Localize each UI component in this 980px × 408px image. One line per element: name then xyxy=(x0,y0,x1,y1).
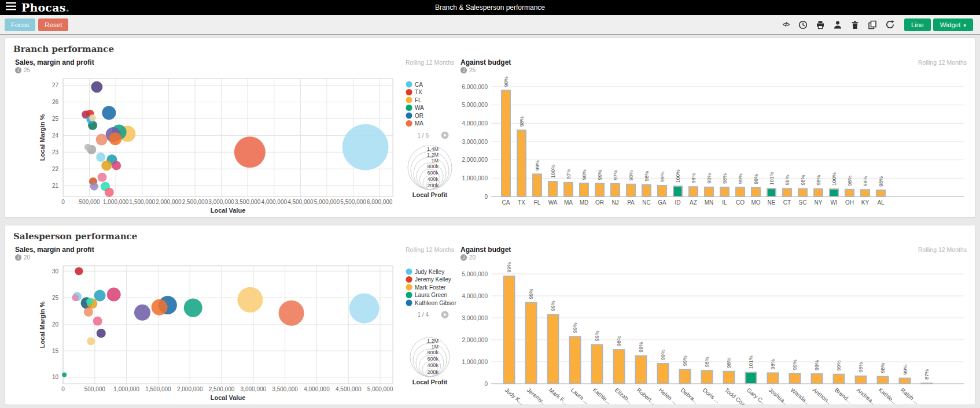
salesperson-bubble-plot[interactable]: 30252015100500,0001,000,0001,500,0002,00… xyxy=(11,262,456,405)
svg-text:Laura Green: Laura Green xyxy=(415,292,447,298)
svg-text:30: 30 xyxy=(52,268,59,275)
svg-text:4,000,000: 4,000,000 xyxy=(462,120,488,127)
svg-text:5,000,000: 5,000,000 xyxy=(462,271,488,277)
svg-text:6,000,000: 6,000,000 xyxy=(462,84,488,90)
svg-text:6,000,000: 6,000,000 xyxy=(367,199,393,205)
svg-text:1,000,000: 1,000,000 xyxy=(462,175,488,181)
svg-text:IL: IL xyxy=(722,199,727,206)
svg-text:800k: 800k xyxy=(427,350,439,355)
svg-text:Doris ...: Doris ... xyxy=(702,387,721,405)
svg-text:99%: 99% xyxy=(660,172,665,182)
branch-budget-plot[interactable]: 6,000,0005,000,0004,000,0003,000,0002,00… xyxy=(456,75,969,218)
svg-text:WA: WA xyxy=(548,199,558,206)
svg-text:Local Value: Local Value xyxy=(211,394,246,401)
svg-text:99%: 99% xyxy=(529,288,535,299)
svg-text:98%: 98% xyxy=(519,116,525,127)
svg-text:99%: 99% xyxy=(507,262,513,273)
focus-button[interactable]: Focus xyxy=(5,18,35,31)
period-label: Rolling 12 Months xyxy=(406,246,454,253)
svg-text:Debra...: Debra... xyxy=(680,387,699,405)
info-count: 20 xyxy=(24,254,30,261)
svg-text:Jeremy...: Jeremy... xyxy=(526,387,548,405)
svg-text:MD: MD xyxy=(580,199,589,206)
svg-text:600k: 600k xyxy=(427,356,439,362)
svg-text:100%: 100% xyxy=(675,169,681,183)
salesperson-bubble-chart[interactable]: Sales, margin and profit i20 Rolling 12 … xyxy=(11,242,456,405)
svg-text:23: 23 xyxy=(52,149,59,155)
svg-text:3,000,000: 3,000,000 xyxy=(241,386,267,392)
svg-text:Andrea...: Andrea... xyxy=(856,387,878,405)
svg-text:98%: 98% xyxy=(644,171,650,181)
svg-text:CT: CT xyxy=(783,199,791,206)
svg-text:NJ: NJ xyxy=(611,199,618,206)
copy-icon[interactable] xyxy=(868,20,878,29)
svg-text:Judy K...: Judy K... xyxy=(504,387,525,405)
period-label: Rolling 12 Months xyxy=(918,58,967,66)
svg-text:0: 0 xyxy=(61,386,65,392)
svg-text:1M: 1M xyxy=(431,158,439,164)
chart-title: Sales, margin and profit xyxy=(15,246,94,254)
toolbar-icons: </> xyxy=(781,20,895,29)
svg-text:NY: NY xyxy=(815,199,823,206)
info-icon: i xyxy=(15,67,21,73)
svg-text:99%: 99% xyxy=(639,342,644,353)
print-icon[interactable] xyxy=(816,20,826,29)
svg-text:10: 10 xyxy=(52,374,59,380)
salesperson-budget-chart[interactable]: Against budget i20 Rolling 12 Months 5,0… xyxy=(456,242,969,405)
svg-text:Kathleen Gibson: Kathleen Gibson xyxy=(415,300,456,306)
svg-text:Local Margin %: Local Margin % xyxy=(39,301,46,348)
chart-title: Sales, margin and profit xyxy=(15,58,94,66)
svg-text:99%: 99% xyxy=(738,173,743,184)
salesperson-budget-plot[interactable]: 5,000,0004,000,0003,000,0002,000,0001,00… xyxy=(456,262,969,405)
svg-text:AZ: AZ xyxy=(690,199,697,206)
info-icon: i xyxy=(15,254,21,261)
svg-text:98%: 98% xyxy=(859,362,864,373)
svg-text:KY: KY xyxy=(861,199,870,206)
trash-icon[interactable] xyxy=(850,20,860,29)
branch-budget-chart[interactable]: Against budget i25 Rolling 12 Months 6,0… xyxy=(456,54,969,218)
svg-text:Local Value: Local Value xyxy=(211,207,246,214)
info-count: 25 xyxy=(469,67,476,73)
svg-text:5,000,000: 5,000,000 xyxy=(367,386,393,392)
svg-text:24: 24 xyxy=(52,132,59,139)
svg-text:3,000,000: 3,000,000 xyxy=(462,315,488,321)
svg-text:1M: 1M xyxy=(431,344,439,350)
svg-text:NC: NC xyxy=(642,199,650,206)
svg-text:1,500,000: 1,500,000 xyxy=(130,199,156,205)
history-icon[interactable] xyxy=(798,20,808,29)
branch-bubble-plot[interactable]: 272625242322210500,0001,000,0001,500,000… xyxy=(11,75,456,218)
period-label: Rolling 12 Months xyxy=(406,58,454,66)
svg-text:Todd Cox: Todd Cox xyxy=(724,387,746,405)
panel-title: Branch performance xyxy=(13,44,969,54)
svg-text:99%: 99% xyxy=(837,361,842,371)
svg-text:Laura ...: Laura ... xyxy=(570,387,590,405)
svg-text:97%: 97% xyxy=(566,169,572,179)
svg-text:5,000,000: 5,000,000 xyxy=(462,102,488,108)
svg-text:SC: SC xyxy=(799,199,807,206)
svg-text:98%: 98% xyxy=(863,176,868,186)
svg-text:98%: 98% xyxy=(706,173,712,184)
widget-button[interactable]: Widget▾ xyxy=(933,18,973,31)
reset-button[interactable]: Reset xyxy=(38,18,68,31)
svg-text:PA: PA xyxy=(627,199,635,206)
branch-bubble-chart[interactable]: Sales, margin and profit i25 Rolling 12 … xyxy=(11,54,456,218)
svg-text:Gary C...: Gary C... xyxy=(746,387,768,405)
svg-text:1.2M: 1.2M xyxy=(427,152,439,158)
panel-title: Salesperson performance xyxy=(13,231,969,242)
line-button[interactable]: Line xyxy=(904,18,931,31)
svg-text:98%: 98% xyxy=(628,170,634,181)
svg-text:99%: 99% xyxy=(535,160,540,170)
svg-text:20: 20 xyxy=(52,321,59,328)
info-icon: i xyxy=(460,254,467,261)
svg-text:99%: 99% xyxy=(551,301,557,311)
svg-text:99%: 99% xyxy=(573,322,579,333)
chart-info: i20 xyxy=(460,254,511,261)
user-icon[interactable] xyxy=(833,20,843,29)
svg-text:98%: 98% xyxy=(705,357,710,367)
refresh-icon[interactable] xyxy=(885,20,895,29)
svg-text:Local Margin %: Local Margin % xyxy=(39,114,46,161)
code-icon[interactable]: </> xyxy=(781,20,791,29)
svg-text:2,000,000: 2,000,000 xyxy=(462,337,488,343)
svg-text:98%: 98% xyxy=(727,358,732,368)
svg-text:1,000,000: 1,000,000 xyxy=(462,359,488,365)
